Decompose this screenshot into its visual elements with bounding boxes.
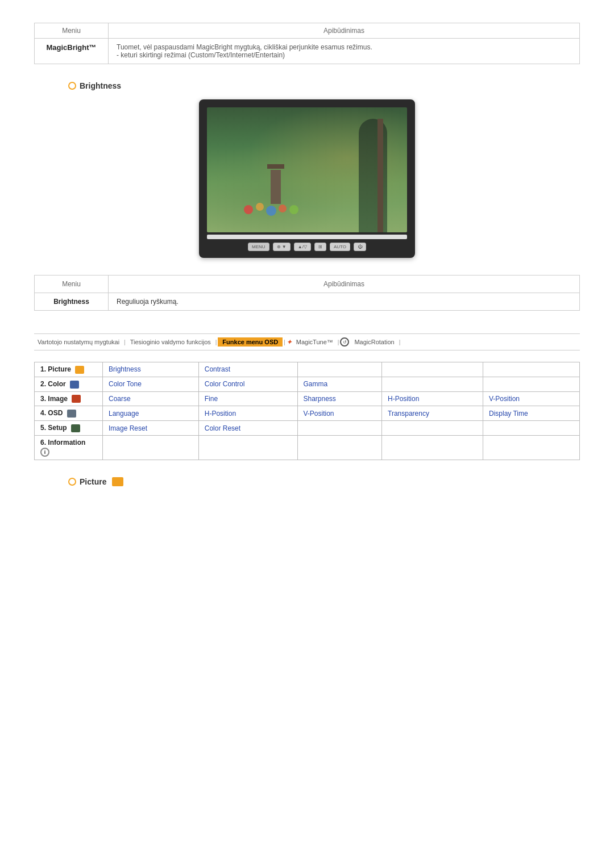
osd-label-setup: 5. Setup	[35, 421, 103, 436]
svg-point-3	[279, 205, 287, 212]
magic-bright-label: MagicBright™	[35, 39, 109, 64]
osd-row-color: 2. Color Color Tone Color Control Gamma	[35, 377, 580, 391]
osd-contrast-link[interactable]: Contrast	[198, 362, 297, 377]
osd-empty-2	[382, 362, 483, 377]
osd-row-osd: 4. OSD Language H-Position V-Position Tr…	[35, 406, 580, 421]
image-icon-badge	[72, 395, 81, 403]
nav-funkce-menu-osd[interactable]: Funkce menu OSD	[218, 337, 283, 347]
monitor-menu-button[interactable]: MENU	[248, 243, 269, 251]
svg-point-4	[289, 205, 298, 214]
setup-icon-badge	[71, 424, 80, 432]
nav-bar: Vartotojo nustatymų mygtukai | Tiesiogin…	[34, 333, 580, 350]
osd-osd-hposition-link[interactable]: H-Position	[198, 406, 297, 421]
osd-label-picture: 1. Picture	[35, 362, 103, 377]
osd-color-empty-2	[483, 377, 580, 391]
osd-row-information: 6. Information i	[35, 436, 580, 460]
monitor-extra-button[interactable]: ⊞	[314, 243, 326, 251]
osd-display-time-link[interactable]: Display Time	[483, 406, 580, 421]
brightness-description-table: Meniu Apibūdinimas Brightness Reguliuoja…	[34, 275, 580, 311]
svg-point-0	[244, 205, 253, 214]
second-table-menu-header: Meniu	[35, 276, 109, 293]
osd-fine-link[interactable]: Fine	[198, 391, 297, 406]
flowers-svg	[237, 187, 305, 221]
brightness-desc-text: Reguliuoja ryškumą.	[109, 293, 580, 311]
nav-magictune-logo: ✦	[287, 339, 292, 346]
nav-sep-1: |	[124, 339, 126, 345]
osd-osd-vposition-link[interactable]: V-Position	[297, 406, 382, 421]
top-table-menu-header: Meniu	[35, 23, 109, 39]
osd-coarse-link[interactable]: Coarse	[103, 391, 199, 406]
osd-color-tone-link[interactable]: Color Tone	[103, 377, 199, 391]
nav-magicrotation-group: ↺ MagicRotation	[340, 337, 397, 347]
monitor-container: MENU ⊕ ▼ ▲/▽ ⊞ AUTO ⏻	[34, 99, 580, 258]
osd-setup-empty-1	[297, 421, 382, 436]
nav-magictune[interactable]: MagicTune™	[293, 337, 337, 347]
brightness-section: Brightness	[34, 81, 580, 258]
top-table-desc-header: Apibūdinimas	[109, 23, 580, 39]
monitor-power-button[interactable]: ⏻	[354, 243, 366, 251]
osd-label-osd: 4. OSD	[35, 406, 103, 421]
magic-bright-description: Tuomet, vėl paspausdami MagicBright mygt…	[109, 39, 580, 64]
monitor-auto-button[interactable]: AUTO	[330, 243, 350, 251]
nav-direct-control[interactable]: Tiesioginio valdymo funkcijos	[127, 337, 214, 347]
osd-brightness-link[interactable]: Brightness	[103, 362, 199, 377]
osd-label-color: 2. Color	[35, 377, 103, 391]
osd-label-image: 3. Image	[35, 391, 103, 406]
osd-menu-table: 1. Picture Brightness Contrast 2. Color …	[34, 362, 580, 460]
monitor-brightness-button[interactable]: ⊕ ▼	[273, 243, 291, 251]
osd-color-empty-1	[382, 377, 483, 391]
picture-circle-icon	[68, 478, 76, 486]
picture-section: Picture	[34, 477, 580, 486]
osd-row-setup: 5. Setup Image Reset Color Reset	[35, 421, 580, 436]
osd-color-reset-link[interactable]: Color Reset	[198, 421, 297, 436]
brightness-circle-icon	[68, 82, 76, 90]
osd-empty-3	[483, 362, 580, 377]
osd-empty-1	[297, 362, 382, 377]
osd-icon-badge	[67, 410, 76, 418]
picture-title-text: Picture	[80, 477, 106, 486]
top-description-table: Meniu Apibūdinimas MagicBright™ Tuomet, …	[34, 23, 580, 64]
osd-vposition-link[interactable]: V-Position	[483, 391, 580, 406]
osd-info-empty-5	[483, 436, 580, 460]
nav-magicrotation[interactable]: MagicRotation	[351, 337, 397, 347]
monitor-contrast-button[interactable]: ▲/▽	[294, 243, 311, 251]
nav-sep-2: |	[215, 339, 217, 345]
osd-hposition-link[interactable]: H-Position	[382, 391, 483, 406]
osd-sharpness-link[interactable]: Sharpness	[297, 391, 382, 406]
osd-gamma-link[interactable]: Gamma	[297, 377, 382, 391]
picture-icon-badge	[75, 366, 84, 374]
osd-info-empty-1	[103, 436, 199, 460]
color-icon-badge	[70, 381, 79, 389]
picture-icon-badge-bottom	[112, 477, 123, 486]
pagoda-roof	[267, 164, 284, 169]
magic-rotation-icon: ↺	[340, 337, 349, 347]
nav-sep-4: |	[338, 339, 339, 345]
monitor-screen	[207, 107, 407, 232]
information-icon: i	[40, 448, 49, 457]
osd-image-reset-link[interactable]: Image Reset	[103, 421, 199, 436]
osd-info-empty-2	[198, 436, 297, 460]
osd-color-control-link[interactable]: Color Control	[198, 377, 297, 391]
osd-setup-empty-2	[382, 421, 483, 436]
nav-sep-5: |	[399, 339, 401, 345]
osd-row-image: 3. Image Coarse Fine Sharpness H-Positio…	[35, 391, 580, 406]
monitor-base-bar	[207, 235, 407, 239]
svg-point-1	[256, 203, 264, 211]
monitor-buttons: MENU ⊕ ▼ ▲/▽ ⊞ AUTO ⏻	[207, 243, 407, 253]
osd-label-information: 6. Information i	[35, 436, 103, 460]
osd-transparency-link[interactable]: Transparency	[382, 406, 483, 421]
second-table-desc-header: Apibūdinimas	[109, 276, 580, 293]
nav-user-settings[interactable]: Vartotojo nustatymų mygtukai	[34, 337, 123, 347]
brightness-title: Brightness	[68, 81, 580, 90]
osd-info-empty-4	[382, 436, 483, 460]
tree-trunk	[377, 119, 383, 232]
osd-row-picture: 1. Picture Brightness Contrast	[35, 362, 580, 377]
picture-section-title: Picture	[68, 477, 580, 486]
brightness-title-text: Brightness	[80, 81, 121, 90]
osd-language-link[interactable]: Language	[103, 406, 199, 421]
osd-setup-empty-3	[483, 421, 580, 436]
svg-point-2	[266, 206, 276, 216]
monitor-display: MENU ⊕ ▼ ▲/▽ ⊞ AUTO ⏻	[199, 99, 415, 258]
brightness-menu-label: Brightness	[35, 293, 109, 311]
osd-info-empty-3	[297, 436, 382, 460]
